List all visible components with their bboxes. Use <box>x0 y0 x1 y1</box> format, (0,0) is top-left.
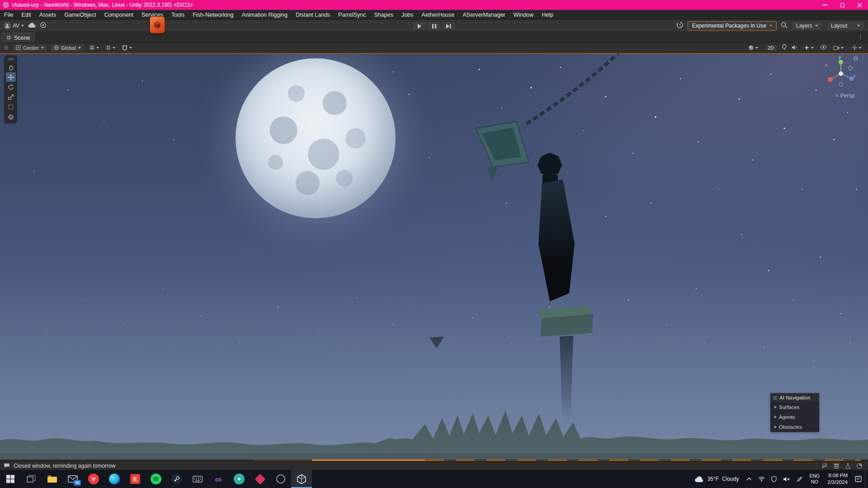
grid-snap-dropdown[interactable] <box>104 44 117 52</box>
menubar: File Edit Assets GameObject Component Se… <box>0 10 868 20</box>
tray-overflow-button[interactable] <box>743 470 755 488</box>
show-desktop-button[interactable] <box>865 470 868 488</box>
menu-aservermanager[interactable]: AServerManager <box>458 10 509 20</box>
tools-popup-icon[interactable] <box>150 16 165 33</box>
transform-tool-button[interactable] <box>6 112 16 122</box>
hand-tool-button[interactable] <box>6 62 16 72</box>
undo-history-button[interactable] <box>676 22 684 30</box>
rect-tool-button[interactable] <box>6 102 16 112</box>
clock-widget[interactable]: 8:08 PM 2/3/2024 <box>823 472 852 486</box>
status-bar[interactable]: Closed window, reminding again tomorrow <box>0 461 868 470</box>
taskbar-app-keyboard[interactable] <box>187 470 208 488</box>
rotate-tool-button[interactable] <box>6 82 16 92</box>
gizmos-dropdown[interactable] <box>850 44 863 52</box>
start-button[interactable] <box>0 470 21 488</box>
account-dropdown[interactable]: AV <box>4 22 24 29</box>
tab-scene[interactable]: Scene <box>1 33 35 42</box>
taskbar-app-vivaldi[interactable]: V <box>83 470 104 488</box>
ai-nav-agents[interactable]: Agents <box>770 412 819 422</box>
play-button[interactable] <box>412 21 427 31</box>
progress-status-icon[interactable] <box>856 463 863 469</box>
chevron-down-icon <box>859 47 862 49</box>
menu-help[interactable]: Help <box>538 10 557 20</box>
menu-window[interactable]: Window <box>509 10 538 20</box>
taskbar-app-diamond[interactable] <box>250 470 270 488</box>
weather-widget[interactable]: 35°F Cloudy <box>690 470 744 488</box>
hidden-objects-toggle[interactable] <box>820 45 827 51</box>
test-flask-icon[interactable] <box>845 463 851 469</box>
volume-muted-icon[interactable] <box>780 470 793 488</box>
taskbar-app-steam[interactable] <box>166 470 187 488</box>
language-indicator[interactable]: ENG NO <box>806 473 823 485</box>
toggle-2d-button[interactable]: 2D <box>764 44 777 52</box>
scene-audio-toggle[interactable] <box>792 45 797 51</box>
step-button[interactable] <box>441 21 456 31</box>
taskbar-app-spotify[interactable] <box>146 470 166 488</box>
pivot-mode-dropdown[interactable]: Center <box>12 44 47 52</box>
ai-nav-obstacles[interactable]: Obstacles <box>770 422 819 432</box>
menu-jobs[interactable]: Jobs <box>397 10 417 20</box>
scene-lighting-toggle[interactable] <box>782 44 787 52</box>
menu-shapes[interactable]: Shapes <box>370 10 397 20</box>
titlebar[interactable]: chased-urp - NewWorld - Windows, Mac, Li… <box>0 0 868 10</box>
menu-aetherhouse[interactable]: AetherHouse <box>417 10 458 20</box>
cloud-services-button[interactable] <box>28 22 36 30</box>
layers-dropdown[interactable]: Layers <box>792 21 822 31</box>
menu-component[interactable]: Component <box>100 10 137 20</box>
menu-assets[interactable]: Assets <box>35 10 61 20</box>
vivaldi-icon: V <box>88 474 99 484</box>
taskbar-app-unity-active[interactable] <box>291 470 312 488</box>
notification-center-button[interactable] <box>852 470 865 488</box>
chevron-down-icon <box>41 47 44 49</box>
pause-button[interactable] <box>427 21 441 31</box>
menu-file[interactable]: File <box>0 10 17 20</box>
search-button[interactable] <box>781 22 788 30</box>
menu-edit[interactable]: Edit <box>17 10 35 20</box>
menu-tools[interactable]: Tools <box>167 10 189 20</box>
star-field <box>33 67 857 361</box>
settings-circle-button[interactable] <box>40 22 47 30</box>
ai-nav-surfaces[interactable]: Surfaces <box>770 402 819 412</box>
menu-animation-rigging[interactable]: Animation Rigging <box>237 10 291 20</box>
perspective-mode-label[interactable]: < Persp <box>835 93 854 99</box>
mute-notifications-icon[interactable] <box>821 463 828 469</box>
experimental-packages-dropdown[interactable]: Experimental Packages In Use <box>688 21 777 31</box>
windows-taskbar: 32 V E ∞ <box>0 470 868 488</box>
taskbar-app-explorer[interactable] <box>42 470 62 488</box>
toolbar-drag-handle[interactable] <box>3 46 9 49</box>
menu-fish-networking[interactable]: Fish-Networking <box>189 10 237 20</box>
ai-navigation-header[interactable]: AI Navigation <box>770 393 819 402</box>
spotify-icon <box>151 474 161 484</box>
taskbar-app-taskview[interactable] <box>21 470 42 488</box>
taskbar-app-visualstudio[interactable]: ∞ <box>208 470 229 488</box>
menu-gameobject[interactable]: GameObject <box>60 10 100 20</box>
cloud-icon <box>28 22 36 28</box>
snap-increment-dropdown[interactable] <box>120 44 134 52</box>
taskbar-app-mail[interactable]: 32 <box>62 470 83 488</box>
network-status-icon[interactable] <box>755 470 768 488</box>
scene-effects-dropdown[interactable] <box>802 44 816 52</box>
taskbar-app-browser[interactable] <box>104 470 125 488</box>
layers-panel-icon[interactable] <box>833 463 840 469</box>
scale-tool-button[interactable] <box>6 92 16 102</box>
orientation-dropdown[interactable]: Global <box>50 44 85 52</box>
orientation-gizmo[interactable]: x y z <box>825 57 857 90</box>
security-shield-icon[interactable] <box>768 470 780 488</box>
shading-mode-dropdown[interactable] <box>746 44 760 52</box>
close-button[interactable] <box>851 0 868 10</box>
camera-settings-dropdown[interactable] <box>831 44 845 52</box>
minimize-button[interactable] <box>816 0 834 10</box>
layout-dropdown[interactable]: Layout <box>826 21 864 31</box>
pen-input-icon[interactable] <box>793 470 806 488</box>
menu-distant-lands[interactable]: Distant Lands <box>292 10 334 20</box>
taskbar-app-editor-e[interactable]: E <box>125 470 146 488</box>
menu-parrelsync[interactable]: ParrelSync <box>334 10 370 20</box>
maximize-button[interactable] <box>834 0 851 10</box>
taskbar-app-ring[interactable] <box>270 470 291 488</box>
tab-options-kebab[interactable]: ⋮ <box>853 33 868 42</box>
grid-visibility-dropdown[interactable] <box>87 44 101 52</box>
scene-viewport[interactable]: ⋮ x y z < Persp AI Navigation <box>0 53 868 461</box>
palette-drag-handle[interactable] <box>8 57 13 62</box>
move-tool-button[interactable] <box>6 72 16 82</box>
taskbar-app-teal[interactable] <box>229 470 250 488</box>
